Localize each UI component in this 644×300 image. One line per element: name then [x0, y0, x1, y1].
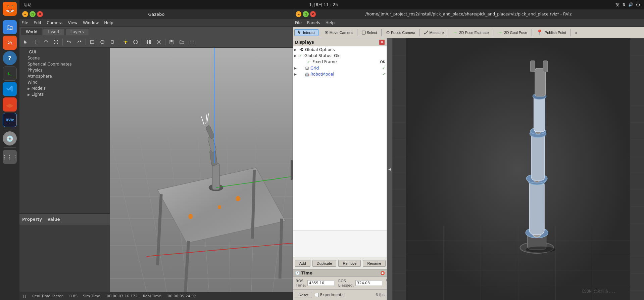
rviz-goal-pose-btn[interactable]: → 2D Goal Pose [495, 29, 530, 36]
system-bar: 活动 1月8日 11：25 英 ⇅ 🔊 ⏻ [19, 0, 644, 9]
tb-align-btn[interactable] [188, 38, 196, 46]
gazebo-menu-camera[interactable]: Camera [47, 20, 62, 25]
svg-rect-91 [529, 180, 544, 234]
rviz-move-camera-btn[interactable]: Move Camera [321, 30, 356, 36]
tb-model-btn[interactable] [131, 38, 140, 46]
tree-item-gui[interactable]: GUI [19, 49, 110, 55]
gazebo-menu-file[interactable]: File [21, 20, 28, 25]
gazebo-viewport[interactable] [110, 48, 293, 292]
disp-item-robot-model[interactable]: ▶ 🤖 RobotModel ✓ [293, 71, 387, 77]
sim-time-label: Sim Time: [83, 294, 101, 298]
rviz-sep-7 [532, 29, 532, 36]
rviz-scroll-left[interactable]: ◀ [387, 38, 392, 300]
tb-select-btn[interactable] [21, 38, 30, 46]
svg-rect-103 [543, 61, 548, 72]
rviz-measure-btn[interactable]: Measure [421, 30, 447, 36]
gazebo-menu-help[interactable]: Help [104, 20, 113, 25]
taskbar-layers-app[interactable] [3, 97, 17, 112]
time-reset-btn[interactable]: Reset [295, 292, 312, 298]
gazebo-titlebar: – □ ✕ Gazebo [19, 9, 293, 19]
tb-redo-btn[interactable] [75, 38, 84, 46]
gazebo-tab-insert[interactable]: Insert [43, 28, 64, 35]
svg-rect-99 [534, 94, 545, 132]
rviz-minimize-btn[interactable]: – [296, 11, 301, 17]
disp-item-fixed-frame[interactable]: ✓ Fixed Frame OK [293, 59, 387, 65]
rviz-publish-point-btn[interactable]: 📍 Publish Point [533, 28, 569, 37]
time-close-btn[interactable]: ● [381, 271, 385, 275]
tb-rotate-btn[interactable] [42, 38, 50, 46]
tb-save-btn[interactable] [167, 38, 176, 46]
tb-box-btn[interactable] [88, 38, 97, 46]
experimental-label: Experimental [320, 293, 345, 297]
rviz-interact-btn[interactable]: Interact [294, 29, 318, 36]
gazebo-tab-world[interactable]: World [21, 28, 42, 35]
displays-title: Displays [295, 40, 314, 45]
tree-item-spherical[interactable]: Spherical Coordinates [19, 61, 110, 67]
power-icon: ⏻ [636, 2, 640, 7]
tb-load-btn[interactable] [178, 38, 186, 46]
gazebo-menu-edit[interactable]: Edit [34, 20, 41, 25]
viewport-resize-handle[interactable] [291, 160, 293, 180]
displays-duplicate-btn[interactable]: Duplicate [312, 260, 337, 267]
rviz-maximize-btn[interactable]: □ [303, 11, 308, 17]
tb-translate-btn[interactable] [32, 38, 40, 46]
gazebo-minimize-btn[interactable]: – [22, 11, 28, 17]
taskbar-ubuntu-software[interactable]: 🛍 [3, 36, 17, 50]
taskbar-cd[interactable]: 💿 [3, 131, 17, 145]
displays-rename-btn[interactable]: Rename [363, 260, 386, 267]
disp-item-grid[interactable]: ▶ ⊞ Grid ✓ [293, 65, 387, 71]
pause-btn[interactable]: ⏸ [22, 294, 27, 299]
gazebo-menu-window[interactable]: Window [83, 20, 99, 25]
rviz-more-btn[interactable]: » [572, 30, 580, 36]
rviz-viewport-inner[interactable]: CSDN @深圳市... [392, 38, 644, 300]
rviz-close-btn[interactable]: ✕ [310, 11, 316, 17]
gazebo-maximize-btn[interactable]: □ [30, 11, 36, 17]
taskbar-firefox[interactable]: 🦊 [3, 2, 17, 16]
taskbar-vscode[interactable] [3, 82, 17, 96]
tb-cylinder-btn[interactable] [108, 38, 117, 46]
disp-value-grid: ✓ [382, 66, 385, 70]
tree-arrow-lights: ▶ [28, 93, 30, 96]
goal-pose-label: 2D Goal Pose [504, 31, 527, 35]
tb-light-btn[interactable] [121, 38, 130, 46]
rviz-menu-file[interactable]: File [295, 20, 302, 25]
gazebo-properties-header: Property Value [19, 213, 110, 225]
tree-item-wind[interactable]: Wind [19, 79, 110, 85]
displays-add-btn[interactable]: Add [295, 260, 310, 267]
disp-item-global-options[interactable]: ▶ ⚙ Global Options [293, 46, 387, 53]
rviz-sep-3 [381, 29, 382, 36]
tb-sphere-btn[interactable] [98, 38, 107, 46]
rviz-menu-panels[interactable]: Panels [307, 20, 320, 25]
taskbar-files[interactable]: 🗂 [3, 20, 17, 34]
tree-item-atmosphere[interactable]: Atmosphere [19, 73, 110, 79]
svg-rect-101 [535, 68, 545, 96]
activities-label[interactable]: 活动 [23, 2, 32, 8]
rviz-pose-estimate-btn[interactable]: → 2D Pose Estimate [450, 29, 492, 36]
tb-extra1-btn[interactable] [144, 38, 153, 46]
tb-undo-btn[interactable] [65, 38, 73, 46]
rviz-viewport[interactable]: ◀ [387, 38, 644, 300]
gazebo-close-btn[interactable]: ✕ [37, 11, 43, 17]
rviz-menu-help[interactable]: Help [326, 20, 335, 25]
taskbar-terminal[interactable]: $_ [3, 67, 17, 81]
gazebo-tab-layers[interactable]: Layers [65, 28, 89, 35]
rviz-focus-camera-btn[interactable]: Focus Camera [383, 30, 418, 36]
gazebo-grid-svg [110, 48, 293, 292]
tb-scale-btn[interactable] [52, 38, 60, 46]
disp-item-global-status[interactable]: ▶ ✓ Global Status: Ok [293, 53, 387, 59]
tree-item-scene[interactable]: Scene [19, 55, 110, 61]
tb-extra2-btn[interactable] [154, 38, 163, 46]
ros-elapsed-label: ROS Elapsed: [338, 279, 354, 288]
taskbar-help[interactable]: ? [3, 51, 17, 65]
taskbar-show-apps[interactable]: ⋮⋮⋮ [3, 150, 17, 164]
tree-item-models[interactable]: ▶ Models [19, 85, 110, 91]
taskbar-rviz[interactable]: RViz [3, 113, 17, 127]
tree-item-lights[interactable]: ▶ Lights [19, 91, 110, 97]
tree-item-physics[interactable]: Physics [19, 67, 110, 73]
experimental-checkbox[interactable] [315, 293, 319, 297]
displays-remove-btn[interactable]: Remove [338, 260, 361, 267]
gazebo-body: GUI Scene Spherical Coordinates Physics [19, 48, 293, 292]
rviz-select-btn[interactable]: Select [359, 30, 380, 36]
gazebo-menu-view[interactable]: View [68, 20, 77, 25]
displays-close-btn[interactable]: ✕ [379, 40, 385, 45]
